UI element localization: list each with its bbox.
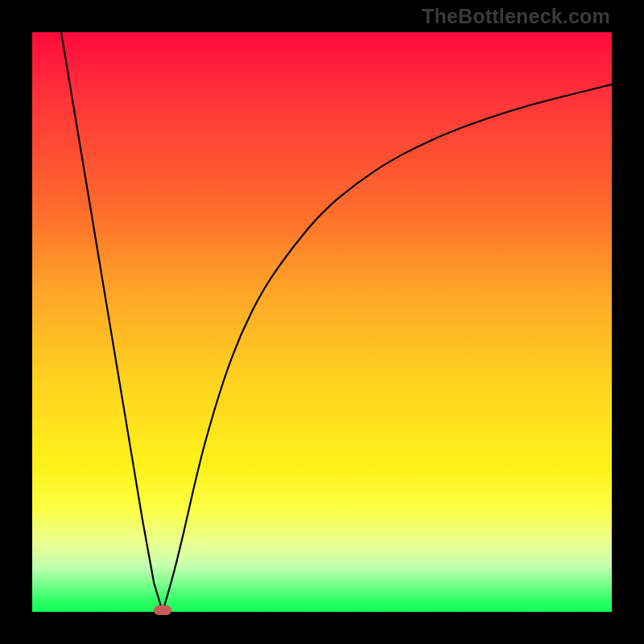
plot-area	[32, 32, 612, 612]
optimum-marker	[154, 605, 171, 615]
chart-frame: TheBottleneck.com	[0, 0, 644, 644]
bottleneck-curve-left	[61, 32, 163, 612]
bottleneck-curve-right	[163, 85, 612, 612]
watermark-text: TheBottleneck.com	[422, 5, 610, 28]
curve-svg	[32, 32, 612, 612]
